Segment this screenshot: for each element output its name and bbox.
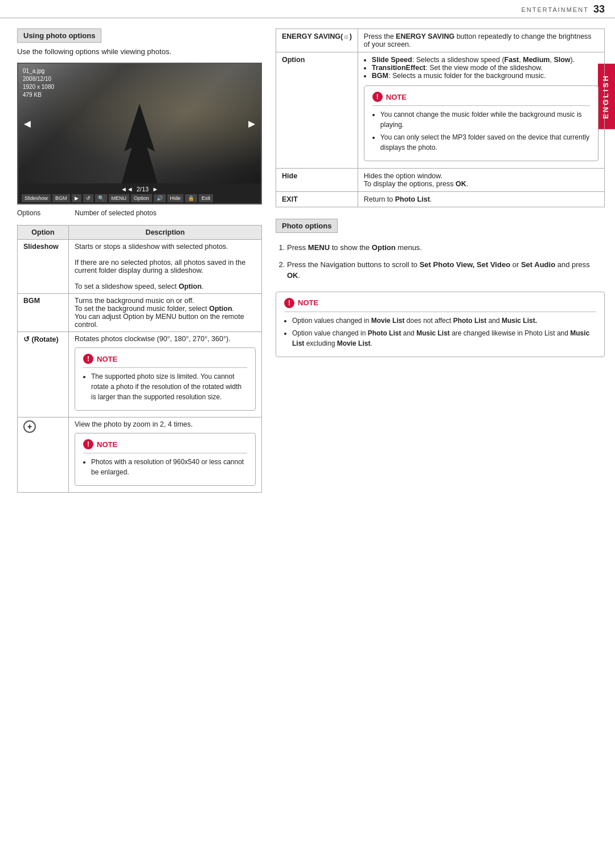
table-header-option: Option <box>18 226 69 240</box>
table-row-zoom: View the photo by zoom in 2, 4 times. ! … <box>18 417 262 493</box>
left-column: Using photo options Use the following op… <box>17 28 262 493</box>
option-label: Option <box>276 52 358 169</box>
note-item-option-2: You can only select the MP3 folder saved… <box>380 132 590 153</box>
note-item-rotate-1: The supported photo size is limited. You… <box>91 371 247 402</box>
photo-options-steps: Press MENU to show the Option menus. Pre… <box>276 242 605 281</box>
table-header-description: Description <box>69 226 262 240</box>
btn-exit[interactable]: Exit <box>199 194 213 202</box>
btn-rotate[interactable]: ↺ <box>83 194 93 202</box>
page-number: 33 <box>593 3 605 15</box>
note-header-option: ! NOTE <box>372 92 590 102</box>
right-column: ENERGY SAVING(☼) Press the ENERGY SAVING… <box>276 28 605 493</box>
table-row-slideshow: Slideshow Starts or stops a slideshow wi… <box>18 240 262 294</box>
option-desc: Slide Speed: Selects a slideshow speed (… <box>358 52 604 169</box>
zoom-icon <box>23 420 36 433</box>
note-list-rotate: The supported photo size is limited. You… <box>83 371 247 402</box>
table-row-energy: ENERGY SAVING(☼) Press the ENERGY SAVING… <box>276 29 605 52</box>
intro-text: Use the following options while viewing … <box>17 47 262 56</box>
hide-desc: Hides the option window. To display the … <box>358 169 604 192</box>
table-row-rotate: ↺ (Rotate) Rotates photos clockwise (90°… <box>18 332 262 417</box>
note-icon-zoom: ! <box>83 439 93 449</box>
exit-desc: Return to Photo List. <box>358 192 604 207</box>
note-header-bottom: ! NOTE <box>284 298 596 308</box>
option-rotate-desc: Rotates photos clockwise (90°, 180°, 270… <box>69 332 262 417</box>
photo-options-heading: Photo options <box>276 219 338 233</box>
option-bgm-label: BGM <box>18 294 69 332</box>
btn-play[interactable]: ▶ <box>72 194 81 202</box>
btn-hide[interactable]: Hide <box>167 194 184 202</box>
counter-next-icon[interactable]: ► <box>152 186 158 193</box>
note-item-bottom-1: Option values changed in Movie List does… <box>292 316 596 326</box>
options-table: Option Description Slideshow Starts or s… <box>17 225 262 493</box>
photo-arrow-left-icon[interactable]: ◄ <box>22 117 33 130</box>
photo-arrow-right-icon[interactable]: ► <box>246 117 257 130</box>
option-slideshow-desc: Starts or stops a slideshow with selecte… <box>69 240 262 294</box>
photo-date: 2008/12/10 <box>23 75 54 83</box>
note-item-bottom-2: Option value changed in Photo List and M… <box>292 328 596 349</box>
option-slide-speed: Slide Speed: Selects a slideshow speed (… <box>372 56 598 64</box>
btn-audio[interactable]: 🔊 <box>154 194 166 202</box>
note-item-zoom-1: Photos with a resolution of 960x540 or l… <box>91 457 247 477</box>
note-icon-option: ! <box>372 92 383 102</box>
counter-prev-icon[interactable]: ◄◄ <box>121 186 133 193</box>
photo-viewer-caption: Options Number of selected photos <box>17 209 262 217</box>
note-header-zoom: ! NOTE <box>83 439 247 449</box>
option-bgm: BGM: Selects a music folder for the back… <box>372 72 598 80</box>
photo-buttons-bar: Slideshow BGM ▶ ↺ 🔍 MENU Option 🔊 Hide 🔒… <box>18 194 261 202</box>
table-row-hide: Hide Hides the option window. To display… <box>276 169 605 192</box>
btn-zoom[interactable]: 🔍 <box>95 194 107 202</box>
note-icon-bottom: ! <box>284 298 294 308</box>
note-icon-rotate: ! <box>83 354 93 364</box>
using-photo-options-heading: Using photo options <box>17 28 101 43</box>
photo-size: 479 KB <box>23 91 54 99</box>
note-box-zoom: ! NOTE Photos with a resolution of 960x5… <box>75 433 256 486</box>
photo-info: 01_a.jpg 2008/12/10 1920 x 1080 479 KB <box>23 67 54 99</box>
section-label: ENTERTAINMENT <box>521 6 589 13</box>
table-row-bgm: BGM Turns the background music on or off… <box>18 294 262 332</box>
step-2: Press the Navigation buttons to scroll t… <box>287 259 605 281</box>
table-row-exit: EXIT Return to Photo List. <box>276 192 605 207</box>
option-slideshow-label: Slideshow <box>18 240 69 294</box>
photo-viewer: 01_a.jpg 2008/12/10 1920 x 1080 479 KB ◄… <box>17 63 262 204</box>
note-list-option: You cannot change the music folder while… <box>372 109 590 153</box>
energy-label: ENERGY SAVING(☼) <box>276 29 358 52</box>
note-box-option: ! NOTE You cannot change the music folde… <box>364 85 598 161</box>
btn-option[interactable]: Option <box>131 194 152 202</box>
note-label-option: NOTE <box>386 93 407 101</box>
caption-number: Number of selected photos <box>75 209 156 217</box>
exit-label: EXIT <box>276 192 358 207</box>
photo-controls-bar: ◄◄ 2/13 ► Slideshow BGM ▶ ↺ 🔍 MENU Optio… <box>18 183 261 203</box>
option-transition: TransitionEffect: Set the view mode of t… <box>372 64 598 72</box>
note-label-zoom: NOTE <box>97 440 117 449</box>
note-list-bottom: Option values changed in Movie List does… <box>284 316 596 349</box>
hide-label: Hide <box>276 169 358 192</box>
note-item-option-1: You cannot change the music folder while… <box>380 109 590 130</box>
btn-bgm[interactable]: BGM <box>52 194 70 202</box>
photo-counter: ◄◄ 2/13 ► <box>18 186 261 193</box>
btn-slideshow[interactable]: Slideshow <box>22 194 51 202</box>
right-table: ENERGY SAVING(☼) Press the ENERGY SAVING… <box>276 28 605 207</box>
step-1: Press MENU to show the Option menus. <box>287 242 605 253</box>
btn-lock[interactable]: 🔒 <box>185 194 197 202</box>
option-bgm-desc: Turns the background music on or off. To… <box>69 294 262 332</box>
counter-value: 2/13 <box>137 186 149 193</box>
note-header-rotate: ! NOTE <box>83 354 247 364</box>
caption-options: Options <box>17 209 40 217</box>
photo-options-section: Photo options Press MENU to show the Opt… <box>276 219 605 281</box>
photo-tree-decor <box>114 104 165 183</box>
table-row-option: Option Slide Speed: Selects a slideshow … <box>276 52 605 169</box>
note-label-rotate: NOTE <box>97 355 117 363</box>
option-zoom-desc: View the photo by zoom in 2, 4 times. ! … <box>69 417 262 493</box>
note-box-bottom: ! NOTE Option values changed in Movie Li… <box>276 292 605 357</box>
btn-menu[interactable]: MENU <box>109 194 130 202</box>
note-list-zoom: Photos with a resolution of 960x540 or l… <box>83 457 247 477</box>
option-rotate-label: ↺ (Rotate) <box>18 332 69 417</box>
photo-image: 01_a.jpg 2008/12/10 1920 x 1080 479 KB ◄… <box>18 64 261 183</box>
note-box-rotate: ! NOTE The supported photo size is limit… <box>75 347 256 411</box>
main-content: Using photo options Use the following op… <box>0 18 615 503</box>
energy-desc: Press the ENERGY SAVING button repeatedl… <box>358 29 604 52</box>
note-label-bottom: NOTE <box>298 298 318 307</box>
photo-filename: 01_a.jpg <box>23 67 54 75</box>
photo-resolution: 1920 x 1080 <box>23 83 54 91</box>
page-header: ENTERTAINMENT 33 <box>0 0 615 18</box>
